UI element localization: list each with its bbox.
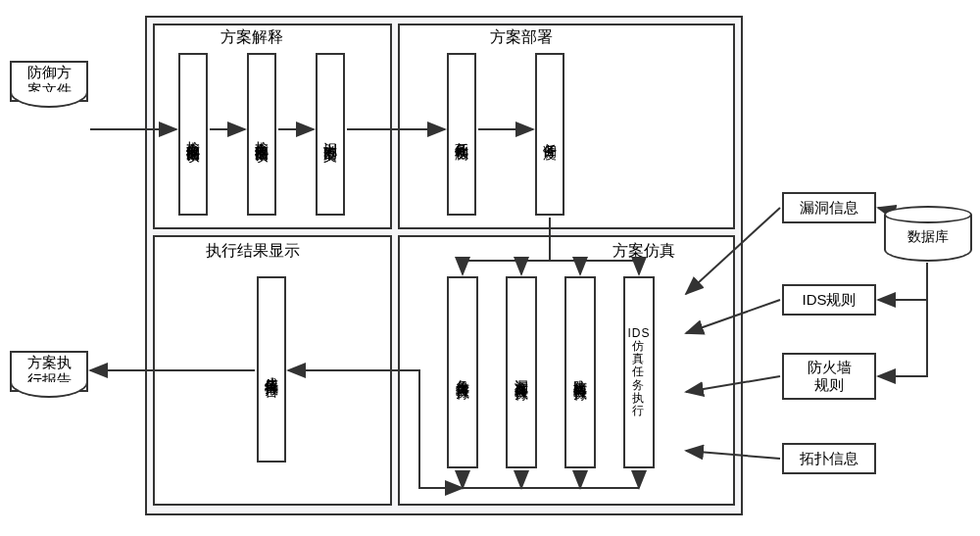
box-firewall-rules: 防火墙 规则	[782, 353, 876, 400]
box-topology: 拓扑信息	[782, 443, 876, 474]
step-sim-firewall: 防火墙仿真任务执行	[564, 276, 596, 468]
step-gen-report: 生成任务执行报告	[257, 276, 286, 463]
step-lexical: 检查方案的词法错误	[178, 53, 208, 216]
step-label: 生成任务执行报告	[263, 365, 280, 373]
database-icon: 数据库	[884, 206, 972, 262]
section-interpret-title: 方案解释	[220, 27, 283, 48]
doc-defense-file: 防御方 案文件	[10, 61, 88, 102]
step-label: 防火墙仿真任务执行	[571, 368, 589, 377]
box-label: IDS规则	[802, 291, 856, 309]
step-syntax: 检查方案的语法错误	[247, 53, 276, 216]
section-result-title: 执行结果显示	[206, 241, 300, 262]
step-deadlock: 任务死锁检测	[447, 53, 476, 216]
box-label: 防火墙 规则	[808, 359, 852, 394]
box-label: 漏洞信息	[800, 199, 858, 217]
doc-label: 方案执 行报告	[27, 354, 72, 389]
doc-exec-report: 方案执 行报告	[10, 351, 88, 392]
step-semantic: 识别方案的语义	[316, 53, 345, 216]
box-ids-rules: IDS规则	[782, 284, 876, 316]
step-label: 漏洞库仿真任务执行	[513, 368, 530, 377]
step-sim-backup: 备份仿真任务执行	[447, 276, 478, 468]
section-deploy-title: 方案部署	[490, 27, 553, 48]
step-label: 任务死锁检测	[453, 131, 470, 137]
box-label: 拓扑信息	[800, 450, 858, 467]
step-label: 备份仿真任务执行	[454, 368, 471, 376]
box-vuln-info: 漏洞信息	[782, 192, 876, 223]
step-label: 识别方案的语义	[321, 131, 339, 138]
step-schedule: 任务调度	[535, 53, 564, 216]
doc-label: 防御方 案文件	[27, 64, 72, 99]
step-label: 检查方案的语法错误	[253, 130, 270, 139]
step-sim-ids: IDS仿真任务执行	[623, 276, 655, 468]
step-sim-vuln: 漏洞库仿真任务执行	[506, 276, 537, 468]
step-label: 任务调度	[541, 132, 559, 136]
section-sim-title: 方案仿真	[612, 241, 675, 262]
step-label: IDS仿真任务执行	[627, 327, 650, 417]
step-label: 检查方案的词法错误	[184, 130, 202, 139]
db-label: 数据库	[907, 228, 949, 246]
